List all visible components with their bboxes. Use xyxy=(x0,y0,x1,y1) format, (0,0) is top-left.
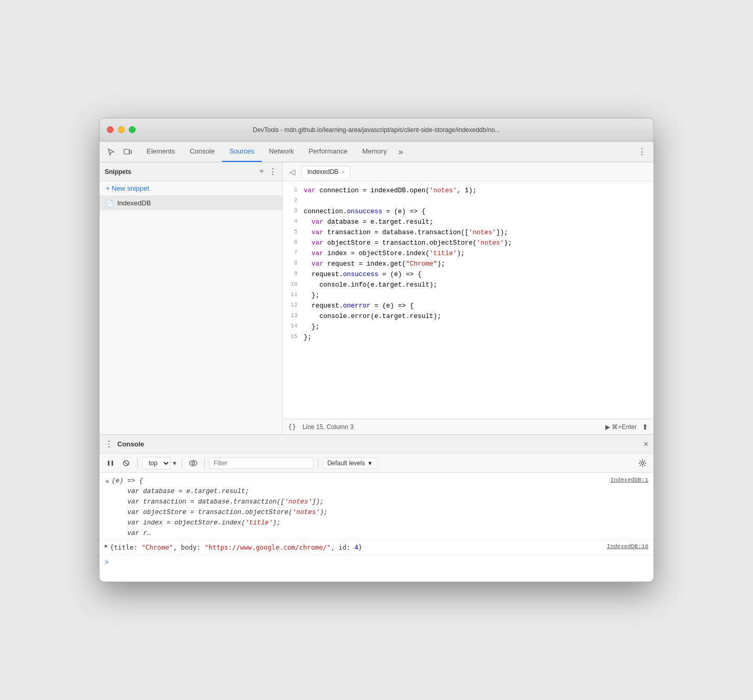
tab-sources[interactable]: Sources xyxy=(222,141,262,162)
tab-console[interactable]: Console xyxy=(182,141,222,162)
console-toolbar: top ▼ Default levels ▼ xyxy=(99,454,654,473)
tab-performance[interactable]: Performance xyxy=(301,141,355,162)
svg-point-6 xyxy=(190,461,197,466)
tab-memory[interactable]: Memory xyxy=(355,141,394,162)
entry-text: (e) => { var database = e.target.result;… xyxy=(112,476,610,539)
code-line-10: 10 console.info(e.target.result); xyxy=(283,280,654,290)
default-levels-dropdown-icon: ▼ xyxy=(367,460,373,466)
snippet-item-label: IndexedDB xyxy=(117,199,151,207)
code-line-11: 11 }; xyxy=(283,290,654,301)
object-text: {title: "Chrome", body: "https://www.goo… xyxy=(110,542,362,553)
format-icon[interactable]: {} xyxy=(288,423,296,431)
snippet-file-icon: 📄 xyxy=(106,200,113,207)
console-panel: ⋮ Console × top ▼ xyxy=(99,435,654,582)
editor-area: ◁ IndexedDB × 1 var connection = indexed… xyxy=(283,162,654,434)
file-tab-name: IndexedDB xyxy=(307,168,338,176)
default-levels-button[interactable]: Default levels ▼ xyxy=(323,457,378,469)
sidebar-header: Snippets » ⋮ xyxy=(99,162,282,181)
window-title: DevTools - mdn.github.io/learning-area/j… xyxy=(253,126,500,134)
console-close-icon[interactable]: × xyxy=(644,440,648,449)
device-icon[interactable] xyxy=(120,145,135,159)
sidebar-header-icons: » ⋮ xyxy=(260,167,277,177)
toolbar-right: ⋮ xyxy=(635,145,649,159)
devtools-toolbar: Elements Console Sources Network Perform… xyxy=(99,141,654,162)
console-entry-object: ▶ {title: "Chrome", body: "https://www.g… xyxy=(99,540,654,555)
new-snippet-label: + New snippet xyxy=(106,184,149,192)
block-icon[interactable] xyxy=(119,456,133,470)
sidebar: Snippets » ⋮ + New snippet 📄 IndexedDB xyxy=(99,162,283,434)
editor-file-tab[interactable]: IndexedDB × xyxy=(302,166,350,178)
expand-editor-icon[interactable]: ⬆ xyxy=(642,423,648,431)
run-label: ▶ ⌘+Enter xyxy=(605,423,637,431)
tab-network[interactable]: Network xyxy=(262,141,302,162)
minimize-button[interactable] xyxy=(118,126,125,133)
svg-rect-0 xyxy=(124,149,129,154)
tabs: Elements Console Sources Network Perform… xyxy=(139,141,635,162)
sources-panel: Snippets » ⋮ + New snippet 📄 IndexedDB ◁… xyxy=(99,162,654,435)
settings-icon[interactable] xyxy=(636,456,649,470)
toolbar-separator-4 xyxy=(318,458,318,468)
console-prompt[interactable]: > xyxy=(99,555,654,570)
prompt-arrow-icon: > xyxy=(105,557,109,568)
code-line-15: 15 }; xyxy=(283,332,654,343)
svg-point-8 xyxy=(641,462,644,464)
close-file-tab-icon[interactable]: × xyxy=(341,169,345,175)
console-menu-icon[interactable]: ⋮ xyxy=(105,439,113,449)
filter-input[interactable] xyxy=(209,457,314,469)
eye-icon[interactable] xyxy=(186,456,200,470)
tab-overflow[interactable]: » xyxy=(394,147,407,157)
context-dropdown-icon: ▼ xyxy=(172,460,178,466)
console-entry-function: ◀ (e) => { var database = e.target.resul… xyxy=(99,475,654,540)
code-line-4: 4 var database = e.target.result; xyxy=(283,217,654,227)
toolbar-separator xyxy=(137,458,138,468)
svg-line-5 xyxy=(125,461,128,465)
editor-statusbar: {} Line 15, Column 3 ▶ ⌘+Enter ⬆ xyxy=(283,419,654,434)
toolbar-separator-3 xyxy=(204,458,205,468)
run-button[interactable]: ▶ ⌘+Enter xyxy=(605,423,637,431)
toolbar-icons xyxy=(104,145,135,159)
tab-elements[interactable]: Elements xyxy=(139,141,182,162)
svg-rect-2 xyxy=(108,461,109,466)
console-header: ⋮ Console × xyxy=(99,435,654,454)
code-editor[interactable]: 1 var connection = indexedDB.open('notes… xyxy=(283,181,654,419)
more-menu-icon[interactable]: ⋮ xyxy=(635,145,649,159)
devtools-window: DevTools - mdn.github.io/learning-area/j… xyxy=(99,118,654,582)
maximize-button[interactable] xyxy=(129,126,136,133)
console-title: Console xyxy=(117,440,644,448)
svg-rect-1 xyxy=(129,150,131,154)
editor-back-icon[interactable]: ◁ xyxy=(285,165,300,179)
code-line-1: 1 var connection = indexedDB.open('notes… xyxy=(283,185,654,196)
sidebar-title: Snippets xyxy=(105,168,260,176)
entry-source-link-2[interactable]: IndexedDB:10 xyxy=(607,542,648,552)
snippet-item-indexeddb[interactable]: 📄 IndexedDB xyxy=(99,196,282,210)
entry-arrow-left: ◀ xyxy=(105,477,108,487)
titlebar: DevTools - mdn.github.io/learning-area/j… xyxy=(99,118,654,141)
code-line-2: 2 xyxy=(283,196,654,206)
expand-object-icon[interactable]: ▶ xyxy=(105,542,108,551)
code-line-12: 12 request.onerror = (e) => { xyxy=(283,301,654,311)
entry-source-link-1[interactable]: IndexedDB:1 xyxy=(610,476,648,485)
pause-icon[interactable] xyxy=(104,456,117,470)
context-select[interactable]: top xyxy=(142,457,171,469)
code-line-8: 8 var request = index.get("Chrome"); xyxy=(283,259,654,269)
code-line-14: 14 }; xyxy=(283,322,654,332)
toolbar-separator-2 xyxy=(182,458,182,468)
close-button[interactable] xyxy=(107,126,114,133)
editor-tabs: ◁ IndexedDB × xyxy=(283,162,654,181)
new-snippet-button[interactable]: + New snippet xyxy=(99,181,282,196)
sidebar-overflow-icon[interactable]: » xyxy=(260,167,263,177)
cursor-position: Line 15, Column 3 xyxy=(303,423,353,431)
code-line-5: 5 var transaction = database.transaction… xyxy=(283,227,654,238)
cursor-icon[interactable] xyxy=(104,145,118,159)
code-line-9: 9 request.onsuccess = (e) => { xyxy=(283,269,654,280)
code-line-7: 7 var index = objectStore.index('title')… xyxy=(283,248,654,259)
default-levels-label: Default levels xyxy=(327,460,365,467)
console-output: ◀ (e) => { var database = e.target.resul… xyxy=(99,473,654,582)
code-line-6: 6 var objectStore = transaction.objectSt… xyxy=(283,238,654,248)
svg-point-7 xyxy=(192,462,194,464)
svg-rect-3 xyxy=(112,461,113,466)
sidebar-more-icon[interactable]: ⋮ xyxy=(269,167,277,177)
code-line-13: 13 console.error(e.target.result); xyxy=(283,311,654,322)
traffic-lights xyxy=(107,126,136,133)
code-line-3: 3 connection.onsuccess = (e) => { xyxy=(283,206,654,217)
